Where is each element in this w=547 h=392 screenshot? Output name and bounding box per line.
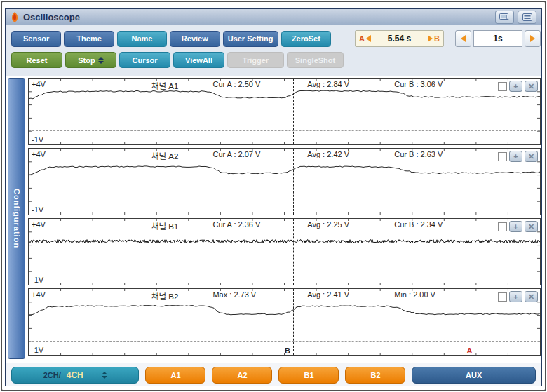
channel-visible-checkbox[interactable] <box>498 292 507 302</box>
waveform-plot <box>29 289 540 355</box>
cursor-a-line[interactable] <box>475 149 475 215</box>
theme-button[interactable]: Theme <box>64 31 114 47</box>
panel-controls: +✕ <box>498 81 538 92</box>
viewall-button[interactable]: ViewAll <box>173 52 224 68</box>
trigger-button[interactable]: Trigger <box>227 52 284 68</box>
stat-readout: Avg : 2.25 V <box>307 220 349 229</box>
cursor-a-tag: A <box>466 346 472 355</box>
layout-icon <box>522 13 532 21</box>
aux-button[interactable]: AUX <box>412 367 536 384</box>
ab-delta-value: 5.54 s <box>371 34 428 43</box>
capture-icon <box>499 13 510 21</box>
cursor-b-line[interactable] <box>293 289 294 355</box>
stat-readout: Avg : 2.84 V <box>307 80 349 88</box>
toolbar-row2: ResetStopCursorViewAllTriggerSingleShot <box>11 52 541 68</box>
v-top-label: +4V <box>32 80 46 88</box>
zoom-plus-button[interactable]: + <box>509 291 522 302</box>
capture-button[interactable] <box>495 11 514 24</box>
zero-volt-gridline <box>29 271 540 271</box>
scope-area: Configuration +4V-1V채널 A1Cur A : 2.50 VA… <box>6 76 541 363</box>
right-arrow-icon <box>530 35 535 42</box>
channel-button-b1[interactable]: B1 <box>278 367 339 384</box>
button-label: Trigger <box>243 56 269 65</box>
stat-readout: Cur A : 2.07 V <box>212 150 260 158</box>
stat-readout: Cur A : 2.50 V <box>212 80 260 88</box>
zero-volt-gridline <box>29 341 540 342</box>
channel-name: 채널 B1 <box>151 220 178 231</box>
zero-volt-gridline <box>29 201 540 201</box>
waveform-plot <box>29 149 540 215</box>
channel-button-a2[interactable]: A2 <box>212 367 272 384</box>
close-channel-button[interactable]: ✕ <box>525 221 538 232</box>
ab-cursor-readout: A 5.54 s B <box>355 30 444 47</box>
cursor-b-line[interactable] <box>293 79 294 144</box>
close-channel-button[interactable]: ✕ <box>525 291 538 302</box>
stat-readout: Cur A : 2.36 V <box>212 220 260 229</box>
channel-visible-checkbox[interactable] <box>498 152 507 161</box>
zeroset-button[interactable]: ZeroSet <box>281 31 331 47</box>
left-arrow-icon <box>461 35 466 42</box>
channel-panel-2: +4V-1V채널 A2Cur A : 2.07 VAvg : 2.42 VCur… <box>28 148 541 215</box>
name-button[interactable]: Name <box>117 31 167 47</box>
configuration-tab[interactable]: Configuration <box>8 78 25 359</box>
button-label: Sensor <box>23 34 49 43</box>
cursor-a-line[interactable] <box>475 289 475 355</box>
reset-button[interactable]: Reset <box>11 52 62 68</box>
review-button[interactable]: Review <box>170 31 220 47</box>
button-label: ViewAll <box>185 56 212 65</box>
stat-readout: Cur B : 2.63 V <box>394 150 443 158</box>
cursor-a-step-icon[interactable] <box>366 35 371 42</box>
mode-spinner-icon[interactable] <box>102 372 107 379</box>
button-label: Theme <box>76 34 101 43</box>
cursor-button[interactable]: Cursor <box>119 52 170 68</box>
user-setting-button[interactable]: User Setting <box>223 31 278 47</box>
v-top-label: +4V <box>32 220 46 229</box>
channel-name: 채널 A2 <box>151 150 178 161</box>
cursor-b-tag: B <box>285 346 290 355</box>
panel-controls: +✕ <box>498 221 538 232</box>
button-label: Review <box>182 34 208 43</box>
channel-mode-button[interactable]: 2CH/4CH <box>11 367 139 384</box>
configuration-label: Configuration <box>13 189 21 248</box>
cursor-b-line[interactable] <box>293 149 294 215</box>
channel-panel-4: +4V-1V채널 B2Max : 2.73 VAvg : 2.41 VMin :… <box>28 288 541 356</box>
zoom-plus-button[interactable]: + <box>509 81 522 92</box>
window-title: Oscilloscope <box>23 12 492 22</box>
channel-panel-1: +4V-1V채널 A1Cur A : 2.50 VAvg : 2.84 VCur… <box>28 78 541 145</box>
zoom-plus-button[interactable]: + <box>509 221 522 232</box>
bottom-channel-buttons: A1A2B1B2 <box>145 367 405 384</box>
channel-button-b2[interactable]: B2 <box>345 367 405 384</box>
singleshot-button[interactable]: SingleShot <box>287 52 344 68</box>
button-label: Name <box>131 34 152 43</box>
waveform-plot <box>29 219 540 285</box>
timebase-value[interactable]: 1s <box>473 30 522 47</box>
stat-readout: Avg : 2.42 V <box>307 150 349 158</box>
v-bottom-label: -1V <box>32 346 43 354</box>
stat-readout: Min : 2.00 V <box>394 290 435 299</box>
timebase-increase-button[interactable] <box>525 30 541 47</box>
timebase-decrease-button[interactable] <box>455 30 471 47</box>
bottom-bar: 2CH/4CH A1A2B1B2 AUX <box>6 363 541 386</box>
zero-volt-gridline <box>29 130 540 131</box>
cursor-b-line[interactable] <box>293 219 294 285</box>
stop-button[interactable]: Stop <box>65 52 116 68</box>
channel-button-a1[interactable]: A1 <box>145 367 205 384</box>
button-label: Cursor <box>132 56 157 65</box>
close-channel-button[interactable]: ✕ <box>525 151 538 162</box>
v-top-label: +4V <box>32 150 46 158</box>
mode-4ch-label: 4CH <box>67 370 83 380</box>
v-bottom-label: -1V <box>32 276 43 284</box>
mode-2ch-label: 2CH/ <box>43 371 61 379</box>
cursor-b-step-icon[interactable] <box>428 35 433 42</box>
timebase-control: 1s <box>455 30 541 47</box>
app-icon <box>11 12 19 22</box>
channel-visible-checkbox[interactable] <box>498 222 507 231</box>
cursor-a-line[interactable] <box>475 79 475 144</box>
close-channel-button[interactable]: ✕ <box>525 81 538 92</box>
sensor-button[interactable]: Sensor <box>11 31 61 47</box>
spinner-icon[interactable] <box>98 57 104 64</box>
channel-visible-checkbox[interactable] <box>498 82 507 91</box>
layout-button[interactable] <box>518 11 536 24</box>
cursor-a-line[interactable] <box>475 219 475 285</box>
zoom-plus-button[interactable]: + <box>509 151 522 162</box>
